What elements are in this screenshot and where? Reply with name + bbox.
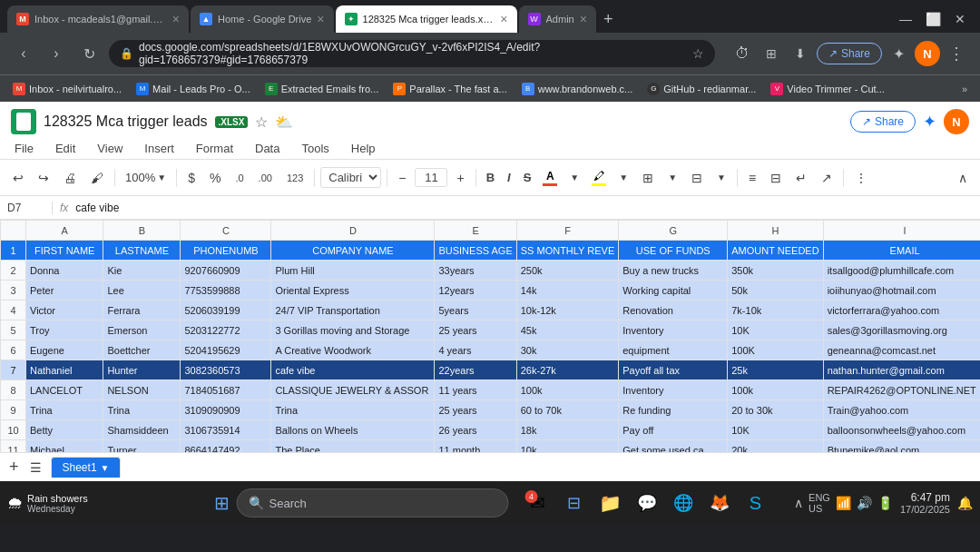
bookmark-github[interactable]: G GitHub - redianmar... — [642, 81, 761, 97]
cell-E2[interactable]: 33years — [435, 261, 516, 281]
text-wrap-button[interactable]: ↵ — [790, 167, 812, 189]
table-row[interactable]: 5TroyEmerson52031227723 Gorillas moving … — [1, 320, 981, 340]
cell-H6[interactable]: 100K — [728, 340, 823, 360]
taskbar-app-explorer[interactable]: 4 ✉ — [524, 488, 553, 518]
col-header-D[interactable]: D — [271, 221, 435, 241]
new-tab-button[interactable]: + — [598, 10, 619, 29]
cell-G6[interactable]: equipment — [619, 340, 728, 360]
print-icon[interactable]: 🖨 — [58, 167, 82, 189]
tab-gmail-close[interactable]: × — [172, 12, 180, 26]
cell-H9[interactable]: 20 to 30k — [728, 400, 823, 420]
valign-button[interactable]: ⊟ — [765, 167, 787, 189]
zoom-display[interactable]: 100% ▼ — [121, 168, 171, 187]
table-row[interactable]: 4VictorFerrara520603919924/7 VIP Transpo… — [1, 301, 981, 320]
cell-F11[interactable]: 10k — [516, 440, 619, 453]
refresh-button[interactable]: ↻ — [76, 41, 102, 66]
star-button[interactable]: ☆ — [255, 113, 268, 131]
bookmark-star-icon[interactable]: ☆ — [692, 46, 704, 61]
taskbar-app-taskview[interactable]: ⊟ — [560, 488, 589, 518]
cell-I6[interactable]: geneanna@comcast.net — [823, 340, 980, 360]
col-header-C[interactable]: C — [181, 221, 271, 241]
row-number[interactable]: 2 — [1, 261, 26, 281]
cell-H7[interactable]: 25k — [728, 360, 823, 380]
cell-F3[interactable]: 14k — [516, 281, 619, 301]
cell-H2[interactable]: 350k — [728, 261, 823, 281]
cell-I3[interactable]: ioiihunyao@hotmail.com — [823, 281, 980, 301]
row-number[interactable]: 5 — [1, 320, 26, 340]
tab-gmail[interactable]: M Inbox - mcadeals1@gmail.com × — [7, 5, 189, 33]
table-row[interactable]: 8LANCELOTNELSON7184051687CLASSIQUE JEWEL… — [1, 380, 981, 400]
strikethrough-button[interactable]: S — [519, 168, 536, 187]
cell-B7[interactable]: Hunter — [103, 360, 181, 380]
history-button[interactable]: ⏱ — [730, 41, 755, 66]
bookmark-parallax[interactable]: P Parallax - The fast a... — [387, 81, 512, 97]
cell-E3[interactable]: 12years — [435, 281, 516, 301]
cell-G5[interactable]: Inventory — [619, 320, 728, 340]
tab-drive[interactable]: ▲ Home - Google Drive × — [191, 5, 334, 33]
num-format-button[interactable]: 123 — [281, 169, 309, 187]
font-size-minus-button[interactable]: − — [393, 167, 411, 189]
italic-button[interactable]: I — [503, 168, 515, 187]
star-icon-button[interactable]: ✦ — [923, 112, 936, 132]
taskbar-weather[interactable]: 🌧 Rain showers Wednesday — [7, 493, 88, 514]
table-row[interactable]: 9TrinaTrina3109090909Trina25 years60 to … — [1, 400, 981, 420]
cell-D3[interactable]: Oriental Express — [271, 281, 435, 301]
align-button[interactable]: ≡ — [743, 167, 761, 189]
add-sheet-button[interactable]: + — [7, 456, 21, 478]
cell-A9[interactable]: Trina — [26, 400, 103, 420]
row-number[interactable]: 8 — [1, 380, 26, 400]
cell-H5[interactable]: 10K — [728, 320, 823, 340]
menu-data[interactable]: Data — [251, 140, 283, 157]
col-header-B[interactable]: B — [103, 221, 181, 241]
time-display[interactable]: 6:47 pm 17/02/2025 — [900, 491, 950, 515]
cell-B10[interactable]: Shamsiddeen — [103, 420, 181, 440]
wifi-icon[interactable]: 📶 — [836, 496, 851, 510]
notification-center-icon[interactable]: 🔔 — [957, 496, 973, 510]
close-button[interactable]: ✕ — [947, 6, 973, 32]
cell-B6[interactable]: Boettcher — [103, 340, 181, 360]
table-row[interactable]: 7NathanielHunter3082360573cafe vibe22yea… — [1, 360, 981, 380]
cell-H4[interactable]: 7k-10k — [728, 301, 823, 320]
battery-icon[interactable]: 🔋 — [877, 496, 893, 510]
tab-admin-close[interactable]: × — [580, 12, 587, 26]
taskbar-search-bar[interactable]: 🔍 Search — [237, 488, 509, 518]
text-color-dropdown[interactable]: ▼ — [564, 169, 584, 186]
taskbar-app-edge[interactable]: 🌐 — [669, 488, 698, 518]
cell-C6[interactable]: 5204195629 — [181, 340, 271, 360]
extensions-button[interactable]: ✦ — [886, 41, 911, 66]
cell-A2[interactable]: Donna — [26, 261, 103, 281]
cell-B3[interactable]: Lee — [103, 281, 181, 301]
cell-F7[interactable]: 26k-27k — [516, 360, 619, 380]
cell-E11[interactable]: 11 month — [435, 440, 516, 453]
redo-icon[interactable]: ↪ — [33, 167, 54, 189]
row-number[interactable]: 11 — [1, 440, 26, 453]
row-number[interactable]: 7 — [1, 360, 26, 380]
tray-up-icon[interactable]: ∧ — [794, 496, 803, 510]
decimal-down-button[interactable]: .0 — [230, 169, 249, 187]
cell-E4[interactable]: 5years — [435, 301, 516, 320]
volume-icon[interactable]: 🔊 — [857, 496, 872, 510]
currency-button[interactable]: $ — [182, 167, 201, 189]
cell-G8[interactable]: Inventory — [619, 380, 728, 400]
cell-I11[interactable]: Btunemike@aol.com — [823, 440, 980, 453]
menu-help[interactable]: Help — [348, 140, 379, 157]
cell-C3[interactable]: 7753599888 — [181, 281, 271, 301]
share-button[interactable]: ↗ Share — [817, 43, 882, 64]
col-header-H[interactable]: H — [728, 221, 823, 241]
cell-C10[interactable]: 3106735914 — [181, 420, 271, 440]
cell-I10[interactable]: balloonsonwheels@yahoo.com — [823, 420, 980, 440]
maximize-button[interactable]: ⬜ — [920, 6, 946, 32]
borders-dropdown[interactable]: ▼ — [662, 169, 682, 186]
cell-E5[interactable]: 25 years — [435, 320, 516, 340]
cell-G10[interactable]: Pay off — [619, 420, 728, 440]
cell-E9[interactable]: 25 years — [435, 400, 516, 420]
cell-D11[interactable]: The Place — [271, 440, 435, 453]
cell-I9[interactable]: Train@yahoo.com — [823, 400, 980, 420]
menu-format[interactable]: Format — [192, 140, 237, 157]
cell-H8[interactable]: 100k — [728, 380, 823, 400]
cell-I5[interactable]: sales@3gorillasmoving.org — [823, 320, 980, 340]
sheets-share-button[interactable]: ↗ Share — [850, 111, 916, 133]
cell-I2[interactable]: itsallgood@plumhillcafe.com — [823, 261, 980, 281]
tab-admin[interactable]: W Admin × — [519, 5, 596, 33]
cell-A4[interactable]: Victor — [26, 301, 103, 320]
